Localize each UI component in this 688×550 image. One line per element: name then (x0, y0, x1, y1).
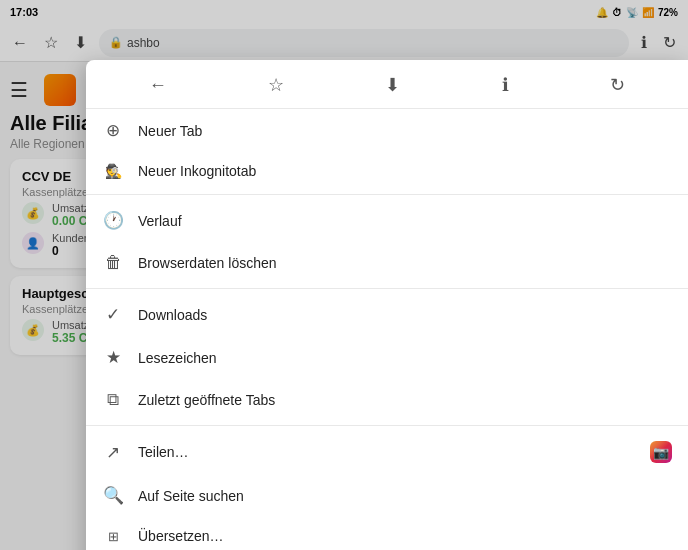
menu-item-recent-tabs[interactable]: ⧉ Zuletzt geöffnete Tabs (86, 379, 688, 421)
menu-info-icon[interactable]: ℹ (498, 70, 513, 100)
share-icon: ↗ (102, 442, 124, 463)
downloads-icon: ✓ (102, 304, 124, 325)
history-icon: 🕐 (102, 210, 124, 231)
menu-item-new-tab[interactable]: ⊕ Neuer Tab (86, 109, 688, 152)
trash-icon: 🗑 (102, 253, 124, 273)
instagram-icon: 📷 (650, 441, 672, 463)
history-label: Verlauf (138, 213, 672, 229)
menu-item-history[interactable]: 🕐 Verlauf (86, 199, 688, 242)
menu-reload-icon[interactable]: ↻ (606, 70, 629, 100)
menu-item-find[interactable]: 🔍 Auf Seite suchen (86, 474, 688, 517)
translate-icon: ⊞ (102, 529, 124, 544)
translate-label: Übersetzen… (138, 528, 672, 544)
downloads-label: Downloads (138, 307, 672, 323)
bookmarks-icon: ★ (102, 347, 124, 368)
clear-data-label: Browserdaten löschen (138, 255, 672, 271)
menu-nav-row: ← ☆ ⬇ ℹ ↻ (86, 60, 688, 109)
menu-item-clear-data[interactable]: 🗑 Browserdaten löschen (86, 242, 688, 284)
find-icon: 🔍 (102, 485, 124, 506)
recent-tabs-icon: ⧉ (102, 390, 124, 410)
menu-bookmark-icon[interactable]: ☆ (264, 70, 288, 100)
menu-item-downloads[interactable]: ✓ Downloads (86, 293, 688, 336)
divider-1 (86, 194, 688, 195)
find-label: Auf Seite suchen (138, 488, 672, 504)
divider-2 (86, 288, 688, 289)
incognito-label: Neuer Inkognitotab (138, 163, 672, 179)
dropdown-menu: ← ☆ ⬇ ℹ ↻ ⊕ Neuer Tab 🕵 Neuer Inkognitot… (86, 60, 688, 550)
incognito-icon: 🕵 (102, 163, 124, 179)
new-tab-icon: ⊕ (102, 120, 124, 141)
divider-3 (86, 425, 688, 426)
menu-item-translate[interactable]: ⊞ Übersetzen… (86, 517, 688, 550)
menu-download-icon[interactable]: ⬇ (381, 70, 404, 100)
recent-tabs-label: Zuletzt geöffnete Tabs (138, 392, 672, 408)
menu-item-incognito[interactable]: 🕵 Neuer Inkognitotab (86, 152, 688, 190)
menu-item-share[interactable]: ↗ Teilen… 📷 (86, 430, 688, 474)
menu-back-icon[interactable]: ← (145, 71, 171, 100)
share-label: Teilen… (138, 444, 636, 460)
menu-item-bookmarks[interactable]: ★ Lesezeichen (86, 336, 688, 379)
bookmarks-label: Lesezeichen (138, 350, 672, 366)
new-tab-label: Neuer Tab (138, 123, 672, 139)
